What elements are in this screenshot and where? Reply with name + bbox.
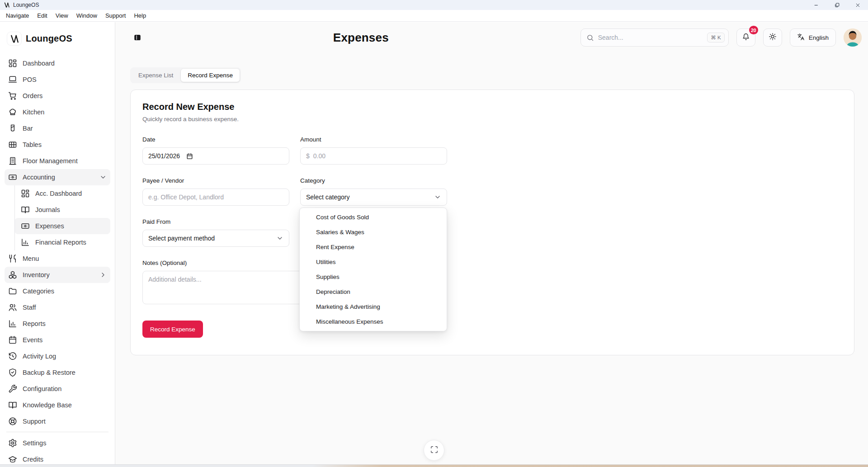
graduation-cap-icon	[8, 455, 17, 464]
sidebar-item-expenses[interactable]: Expenses	[14, 218, 110, 234]
main-header: Expenses ⌘ K 20	[115, 28, 868, 47]
sidebar-item-events[interactable]: Events	[5, 332, 110, 348]
category-option-cost-of-goods-sold[interactable]: Cost of Goods Sold	[300, 210, 447, 225]
menu-item-help[interactable]: Help	[130, 12, 150, 19]
menu-item-view[interactable]: View	[52, 12, 72, 19]
sidebar-item-label: Financial Reports	[35, 239, 86, 246]
brand-logo-icon	[7, 32, 21, 45]
tab-bar: Expense List Record Expense	[130, 67, 241, 83]
bar-chart-icon	[8, 319, 17, 328]
avatar[interactable]	[844, 28, 862, 47]
sidebar-item-label: Credits	[23, 456, 43, 463]
sidebar-item-inventory[interactable]: Inventory	[5, 267, 110, 283]
notifications-button[interactable]: 20	[736, 28, 755, 47]
sidebar-item-orders[interactable]: Orders	[5, 88, 110, 104]
expense-form: Date 25/01/2026 Amount $	[142, 136, 447, 338]
category-option-marketing-advertising[interactable]: Marketing & Advertising	[300, 299, 447, 314]
fullscreen-button[interactable]	[424, 440, 444, 461]
menu-item-window[interactable]: Window	[72, 12, 101, 19]
sidebar-item-support[interactable]: Support	[5, 413, 110, 429]
menu-item-edit[interactable]: Edit	[33, 12, 51, 19]
sidebar-item-label: Support	[23, 418, 46, 425]
sidebar-item-pos[interactable]: POS	[5, 71, 110, 88]
cart-icon	[8, 91, 17, 100]
sidebar-item-label: Bar	[23, 125, 33, 132]
sidebar-item-label: Configuration	[23, 385, 61, 392]
search-input[interactable]	[598, 34, 703, 41]
paid-from-select[interactable]: Select payment method	[142, 230, 289, 247]
sidebar-item-bar[interactable]: Bar	[5, 120, 110, 137]
category-option-depreciation[interactable]: Depreciation	[300, 284, 447, 299]
sidebar-divider	[6, 432, 108, 432]
sidebar-item-journals[interactable]: Journals	[14, 202, 110, 218]
sidebar-item-menu[interactable]: Menu	[5, 250, 110, 267]
language-button[interactable]: English	[790, 28, 836, 47]
translate-icon	[797, 33, 805, 42]
sidebar-item-activity-log[interactable]: Activity Log	[5, 348, 110, 364]
page-title: Expenses	[333, 31, 389, 45]
category-option-rent-expense[interactable]: Rent Expense	[300, 240, 447, 255]
payee-input[interactable]	[148, 193, 283, 201]
sidebar-item-label: Expenses	[35, 222, 64, 230]
date-input[interactable]: 25/01/2026	[142, 147, 289, 165]
sidebar-item-acc-dashboard[interactable]: Acc. Dashboard	[14, 185, 110, 202]
record-expense-card: Record New Expense Quickly record a busi…	[130, 90, 854, 355]
tab-record-expense[interactable]: Record Expense	[181, 69, 240, 82]
calendar-icon[interactable]	[186, 153, 193, 160]
sidebar-item-configuration[interactable]: Configuration	[5, 381, 110, 397]
sidebar-item-floor-management[interactable]: Floor Management	[5, 153, 110, 169]
bell-icon	[742, 33, 750, 42]
sidebar-item-categories[interactable]: Categories	[5, 283, 110, 299]
sidebar-item-tables[interactable]: Tables	[5, 137, 110, 153]
sidebar-item-financial-reports[interactable]: Financial Reports	[14, 234, 110, 250]
book-open-icon	[21, 205, 30, 214]
notifications-badge: 20	[749, 26, 758, 34]
sidebar-item-label: Events	[23, 336, 42, 344]
restore-button[interactable]	[826, 0, 847, 10]
paid-from-select-value: Select payment method	[148, 235, 215, 242]
sidebar-item-label: Settings	[23, 439, 46, 447]
minimize-button[interactable]	[806, 0, 826, 10]
sidebar-item-label: Tables	[23, 141, 42, 148]
amount-input[interactable]	[313, 152, 441, 160]
sidebar-item-label: Staff	[23, 304, 36, 311]
brand[interactable]: LoungeOS	[5, 28, 110, 55]
laptop-icon	[8, 75, 17, 84]
sidebar-item-label: Dashboard	[23, 60, 55, 67]
sidebar-item-credits[interactable]: Credits	[5, 451, 110, 464]
sidebar-item-reports[interactable]: Reports	[5, 316, 110, 332]
search-box[interactable]: ⌘ K	[580, 28, 729, 47]
bar-chart-icon	[21, 238, 30, 247]
gear-icon	[8, 439, 17, 448]
sidebar-item-label: Backup & Restore	[23, 369, 75, 376]
sidebar-item-label: Knowledge Base	[23, 401, 72, 409]
building-icon	[8, 156, 17, 165]
sidebar-item-label: Journals	[35, 206, 60, 213]
sidebar-item-label: Reports	[23, 320, 46, 327]
date-label: Date	[142, 136, 289, 143]
sun-icon	[769, 33, 777, 42]
sidebar-item-staff[interactable]: Staff	[5, 299, 110, 316]
brand-name: LoungeOS	[26, 33, 72, 44]
category-option-utilities[interactable]: Utilities	[300, 255, 447, 269]
sidebar-item-dashboard[interactable]: Dashboard	[5, 55, 110, 71]
category-option-supplies[interactable]: Supplies	[300, 269, 447, 284]
folder-icon	[8, 287, 17, 296]
record-expense-button[interactable]: Record Expense	[142, 321, 203, 338]
tab-expense-list[interactable]: Expense List	[132, 69, 180, 82]
theme-toggle-button[interactable]	[763, 28, 782, 47]
sidebar-item-backup-restore[interactable]: Backup & Restore	[5, 364, 110, 381]
menu-item-support[interactable]: Support	[101, 12, 130, 19]
sidebar-item-knowledge-base[interactable]: Knowledge Base	[5, 397, 110, 413]
sidebar-item-kitchen[interactable]: Kitchen	[5, 104, 110, 120]
category-option-miscellaneous-expenses[interactable]: Miscellaneous Expenses	[300, 314, 447, 329]
menu-item-navigate[interactable]: Navigate	[2, 12, 33, 19]
close-button[interactable]	[847, 0, 868, 10]
category-option-salaries-wages[interactable]: Salaries & Wages	[300, 225, 447, 240]
sidebar-item-accounting[interactable]: Accounting	[5, 169, 110, 185]
sidebar-toggle-icon[interactable]	[133, 33, 142, 42]
sidebar: LoungeOS DashboardPOSOrdersKitchenBarTab…	[0, 22, 115, 464]
sidebar-item-settings[interactable]: Settings	[5, 435, 110, 451]
category-select[interactable]: Select category	[300, 189, 447, 206]
category-label: Category	[300, 177, 447, 184]
